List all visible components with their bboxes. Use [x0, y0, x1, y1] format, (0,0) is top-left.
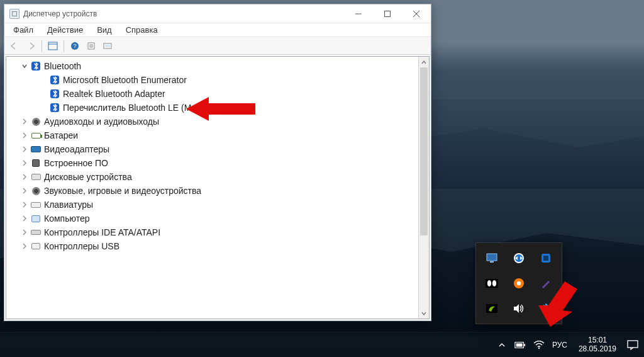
chevron-right-icon[interactable] — [20, 131, 29, 140]
minimize-button[interactable] — [344, 4, 373, 23]
toolbar: ? — [4, 37, 431, 55]
chevron-right-icon[interactable] — [20, 145, 29, 154]
device-manager-window: Диспетчер устройств Файл Действие Вид Сп… — [4, 4, 431, 321]
tray-nvidia-icon[interactable] — [480, 297, 504, 320]
tree-label: Bluetooth — [44, 61, 81, 71]
tree-node-keyboards[interactable]: Клавиатуры — [8, 198, 418, 212]
tray-monitor-icon[interactable] — [480, 247, 504, 269]
tree-node-display-adapters[interactable]: Видеоадаптеры — [8, 142, 418, 156]
tree-node-disk-drives[interactable]: Дисковые устройства — [8, 170, 418, 184]
titlebar[interactable]: Диспетчер устройств — [4, 4, 431, 23]
bluetooth-icon — [49, 89, 60, 99]
chevron-down-icon[interactable] — [20, 62, 29, 71]
tree-node-audio-io[interactable]: Аудиовходы и аудиовыходы — [8, 115, 418, 128]
action-center-icon[interactable] — [626, 339, 639, 351]
tree-label: Встроенное ПО — [44, 158, 108, 168]
tree-node-usb-controllers[interactable]: Контроллеры USB — [8, 239, 418, 253]
tree-label: Перечислитель Bluetooth LE (Майкрософт) — [63, 103, 238, 113]
menu-view[interactable]: Вид — [94, 25, 114, 35]
chevron-right-icon[interactable] — [20, 186, 29, 195]
tree-node-computer[interactable]: Компьютер — [8, 212, 418, 225]
svg-rect-30 — [516, 343, 523, 346]
device-tree[interactable]: Bluetooth Microsoft Bluetooth Enumerator… — [6, 57, 418, 319]
tree-label: Компьютер — [44, 213, 89, 224]
bluetooth-icon — [49, 75, 60, 85]
tree-label: Батареи — [44, 130, 78, 140]
gpu-icon — [30, 144, 42, 154]
toolbar-back-button[interactable] — [7, 39, 22, 53]
svg-rect-32 — [628, 341, 638, 348]
chevron-right-icon[interactable] — [20, 228, 29, 237]
chevron-right-icon[interactable] — [20, 173, 29, 181]
scrollbar-thumb[interactable] — [420, 67, 428, 235]
toolbar-properties-button[interactable] — [84, 39, 99, 53]
tree-label: Звуковые, игровые и видеоустройства — [44, 186, 201, 196]
vertical-scrollbar[interactable] — [418, 57, 429, 319]
usb-icon — [30, 241, 42, 251]
toolbar-scan-button[interactable] — [100, 39, 115, 53]
svg-rect-19 — [543, 256, 548, 261]
chevron-right-icon[interactable] — [20, 242, 29, 251]
toolbar-divider — [64, 40, 64, 52]
tree-leaf-bluetooth-le[interactable]: Перечислитель Bluetooth LE (Майкрософт) — [8, 101, 418, 115]
speaker-icon — [30, 186, 42, 196]
bluetooth-icon — [49, 103, 60, 113]
tray-overflow-popup — [475, 242, 562, 324]
tree-label: Дисковые устройства — [44, 172, 132, 182]
tree-node-ide-controllers[interactable]: Контроллеры IDE ATA/ATAPI — [8, 225, 418, 239]
tray-teamviewer-icon[interactable] — [507, 247, 531, 269]
toolbar-help-button[interactable]: ? — [67, 39, 82, 53]
tree-label: Realtek Bluetooth Adapter — [63, 89, 165, 99]
scrollbar-track[interactable] — [419, 67, 429, 308]
scrollbar-down-arrow-icon[interactable] — [419, 308, 429, 319]
close-button[interactable] — [402, 4, 431, 23]
tray-intel-icon[interactable] — [533, 247, 558, 269]
scrollbar-up-arrow-icon[interactable] — [419, 57, 429, 67]
tree-label: Контроллеры USB — [44, 241, 119, 251]
svg-text:?: ? — [73, 43, 76, 49]
tree-node-batteries[interactable]: Батареи — [8, 128, 418, 142]
toolbar-forward-button[interactable] — [23, 39, 38, 53]
tray-volume-icon[interactable] — [507, 297, 531, 320]
tree-label: Клавиатуры — [44, 200, 93, 210]
chevron-right-icon[interactable] — [20, 117, 29, 126]
chevron-right-icon[interactable] — [20, 214, 29, 223]
taskbar: РУС 15:01 28.05.2019 — [0, 332, 644, 357]
menu-file[interactable]: Файл — [11, 25, 36, 35]
tray-dolby-icon[interactable] — [480, 272, 504, 295]
chevron-right-icon[interactable] — [20, 159, 29, 167]
tree-label: Microsoft Bluetooth Enumerator — [63, 75, 187, 85]
tree-node-sound-game-video[interactable]: Звуковые, игровые и видеоустройства — [8, 184, 418, 198]
tray-bluetooth-icon[interactable] — [533, 297, 558, 320]
tree-label: Аудиовходы и аудиовыходы — [44, 116, 159, 127]
taskbar-time: 15:01 — [579, 336, 616, 345]
tray-avast-icon[interactable] — [507, 272, 531, 295]
tree-leaf-bluetooth-enumerator[interactable]: Microsoft Bluetooth Enumerator — [8, 73, 418, 87]
input-language-indicator[interactable]: РУС — [552, 341, 567, 349]
keyboard-icon — [30, 200, 42, 210]
tree-node-bluetooth[interactable]: Bluetooth — [8, 59, 418, 73]
tree-node-firmware[interactable]: Встроенное ПО — [8, 156, 418, 170]
svg-rect-13 — [490, 261, 494, 263]
wifi-icon[interactable] — [533, 340, 545, 350]
battery-status-icon[interactable] — [514, 340, 526, 350]
tree-label: Видеоадаптеры — [44, 144, 109, 154]
battery-icon — [30, 130, 42, 140]
menu-action[interactable]: Действие — [45, 25, 86, 35]
maximize-button[interactable] — [373, 4, 402, 23]
menu-help[interactable]: Справка — [123, 25, 160, 35]
tray-overflow-toggle[interactable] — [497, 340, 507, 350]
app-icon — [9, 9, 19, 19]
tray-pen-icon[interactable] — [533, 272, 558, 295]
tree-label: Контроллеры IDE ATA/ATAPI — [44, 227, 160, 237]
chip-icon — [30, 158, 42, 168]
menubar: Файл Действие Вид Справка — [4, 23, 431, 37]
ide-icon — [30, 227, 42, 237]
chevron-right-icon[interactable] — [20, 200, 29, 209]
taskbar-clock[interactable]: 15:01 28.05.2019 — [579, 336, 616, 354]
toolbar-show-hidden-button[interactable] — [45, 39, 60, 53]
svg-point-21 — [487, 280, 491, 286]
tree-leaf-realtek-adapter[interactable]: Realtek Bluetooth Adapter — [8, 87, 418, 101]
window-title: Диспетчер устройств — [23, 9, 97, 18]
svg-rect-29 — [524, 344, 525, 346]
